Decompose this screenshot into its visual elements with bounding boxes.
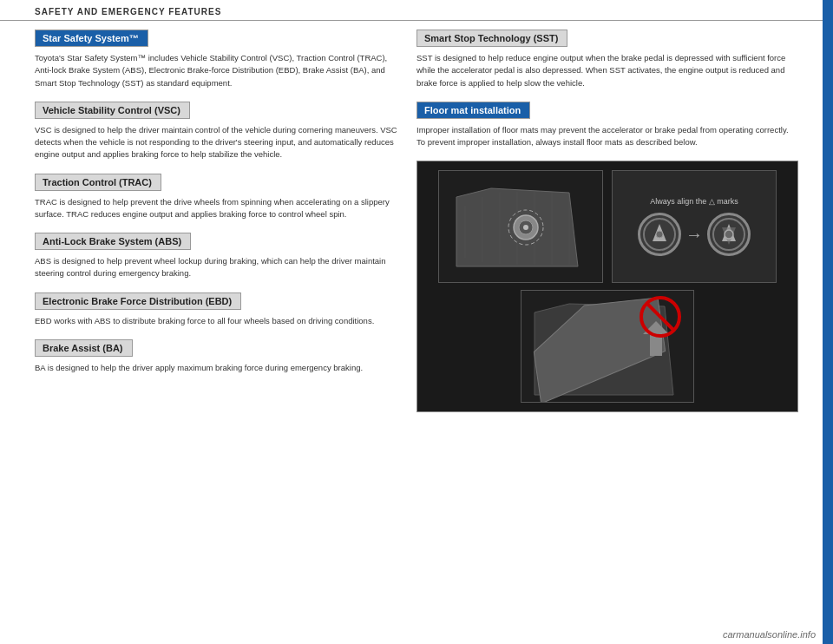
section-text-floor-mat: Improper installation of floor mats may … bbox=[416, 124, 798, 149]
section-header-abs: Anti-Lock Brake System (ABS) bbox=[35, 233, 191, 250]
section-header-trac: Traction Control (TRAC) bbox=[35, 174, 161, 191]
section-star-safety: Star Safety System™ Toyota's Star Safety… bbox=[35, 30, 399, 89]
watermark: carmanualsonline.info bbox=[723, 629, 816, 640]
section-trac: Traction Control (TRAC) TRAC is designed… bbox=[35, 174, 399, 221]
section-header-ebd: Electronic Brake Force Distribution (EBD… bbox=[35, 292, 241, 310]
section-sst: Smart Stop Technology (SST) SST is desig… bbox=[416, 30, 798, 89]
section-ebd: Electronic Brake Force Distribution (EBD… bbox=[35, 292, 399, 327]
floor-mat-svg-left bbox=[439, 171, 603, 283]
section-header-ba: Brake Assist (BA) bbox=[35, 339, 133, 357]
floor-mat-image-right: Always align the △ marks bbox=[612, 170, 777, 283]
section-header-star-safety: Star Safety System™ bbox=[35, 30, 148, 47]
section-ba: Brake Assist (BA) BA is designed to help… bbox=[35, 339, 399, 374]
section-text-ba: BA is designed to help the driver apply … bbox=[35, 362, 399, 374]
section-abs: Anti-Lock Brake System (ABS) ABS is desi… bbox=[35, 233, 399, 280]
align-text-label: Always align the △ marks bbox=[650, 197, 738, 206]
floor-mat-image-left bbox=[438, 170, 603, 283]
svg-point-11 bbox=[523, 225, 528, 230]
circle-before bbox=[638, 213, 681, 256]
page-header: SAFETY AND EMERGENCY FEATURES bbox=[0, 0, 833, 21]
floor-mat-image-bottom bbox=[521, 290, 694, 403]
svg-point-15 bbox=[656, 231, 663, 238]
section-text-sst: SST is designed to help reduce engine ou… bbox=[416, 52, 798, 89]
section-text-abs: ABS is designed to help prevent wheel lo… bbox=[35, 255, 399, 280]
right-sidebar bbox=[823, 0, 833, 644]
align-circles: → bbox=[638, 213, 751, 256]
arrow-right-icon: → bbox=[685, 225, 703, 245]
svg-point-19 bbox=[725, 230, 733, 239]
left-column: Star Safety System™ Toyota's Star Safety… bbox=[35, 30, 399, 424]
section-text-ebd: EBD works with ABS to distribute braking… bbox=[35, 315, 399, 327]
section-header-sst: Smart Stop Technology (SST) bbox=[416, 30, 567, 47]
section-floor-mat: Floor mat installation Improper installa… bbox=[416, 102, 798, 413]
circle-after bbox=[707, 213, 751, 256]
section-text-star-safety: Toyota's Star Safety System™ includes Ve… bbox=[35, 52, 399, 89]
floor-mat-image-box: Always align the △ marks bbox=[416, 161, 798, 412]
section-vsc: Vehicle Stability Control (VSC) VSC is d… bbox=[35, 102, 399, 161]
delta-mark-after bbox=[712, 217, 746, 252]
section-header-floor-mat: Floor mat installation bbox=[416, 102, 530, 119]
floor-mat-svg-bottom bbox=[521, 291, 694, 403]
align-marks-container: Always align the △ marks bbox=[613, 171, 776, 282]
section-text-trac: TRAC is designed to help prevent the dri… bbox=[35, 196, 399, 221]
delta-mark-before bbox=[642, 217, 677, 252]
section-text-vsc: VSC is designed to help the driver maint… bbox=[35, 124, 399, 161]
right-column: Smart Stop Technology (SST) SST is desig… bbox=[416, 30, 798, 424]
floor-mat-image-row-top: Always align the △ marks bbox=[426, 170, 789, 283]
section-header-vsc: Vehicle Stability Control (VSC) bbox=[35, 102, 190, 119]
content-area: Star Safety System™ Toyota's Star Safety… bbox=[0, 30, 833, 424]
floor-mat-image-row-bottom bbox=[426, 290, 789, 403]
